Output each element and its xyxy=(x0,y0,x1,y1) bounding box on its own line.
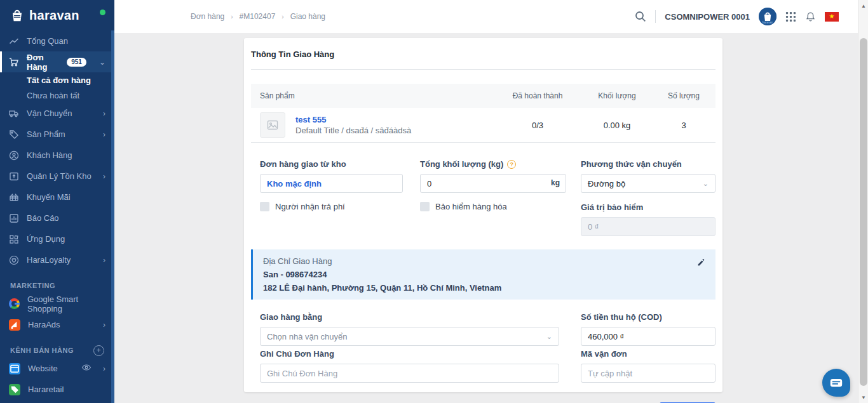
chevron-right-icon: › xyxy=(103,172,105,181)
chevron-right-icon: › xyxy=(103,320,105,329)
apps-launcher-icon[interactable] xyxy=(785,11,796,22)
sidebar-item-don-hang[interactable]: Đơn Hàng 951 ⌄ xyxy=(0,51,114,72)
chevron-down-icon: ⌄ xyxy=(99,58,105,67)
sidebar-item-ung-dung[interactable]: Ứng Dụng xyxy=(0,228,114,249)
insurance-value-input xyxy=(581,217,715,236)
scroll-up-arrow[interactable]: ▲ xyxy=(858,1,868,10)
sidebar-item-google-smart-shopping[interactable]: Google Smart Shopping xyxy=(0,293,114,314)
promotion-icon xyxy=(9,192,19,202)
customer-icon xyxy=(9,150,19,161)
shipping-address-block: Địa Chỉ Giao Hàng San - 098674234 182 LÊ… xyxy=(251,249,715,300)
notifications-bell-icon[interactable] xyxy=(805,11,816,22)
sidebar-section-marketing: MARKETING xyxy=(0,278,114,293)
sidebar-item-san-pham[interactable]: Sản Phẩm › xyxy=(0,124,114,145)
report-icon xyxy=(9,213,19,223)
breadcrumb-order-id[interactable]: #M102407 xyxy=(240,12,276,21)
page-scrollbar[interactable]: ▲ ▼ xyxy=(858,0,868,403)
haraads-icon xyxy=(9,319,20,331)
column-header-quantity: Số lượng xyxy=(652,91,715,100)
shipping-method-select[interactable]: Đường bộ ⌄ xyxy=(581,174,715,193)
product-link[interactable]: test 555 xyxy=(295,115,411,124)
completed-value: 0/3 xyxy=(493,121,582,130)
chat-bubble-icon xyxy=(828,374,844,391)
order-note-label: Ghi Chú Đơn Hàng xyxy=(260,349,559,359)
chevron-right-icon: › xyxy=(103,109,105,118)
sidebar-item-haraloyalty[interactable]: HaraLoyalty › xyxy=(0,249,114,270)
breadcrumb-orders[interactable]: Đơn hàng xyxy=(191,12,224,21)
insurance-value-label: Giá trị bảo hiểm xyxy=(581,202,715,212)
chevron-down-icon: ⌄ xyxy=(546,333,552,341)
chat-widget-button[interactable] xyxy=(822,369,850,397)
cart-icon xyxy=(9,57,19,67)
column-header-product: Sản phẩm xyxy=(251,91,493,100)
website-icon xyxy=(9,363,20,374)
sidebar-item-hararetail[interactable]: Hararetail xyxy=(0,379,114,400)
hararetail-icon xyxy=(9,384,20,395)
top-header: Đơn hàng › #M102407 › Giao hàng CSOMNIPO… xyxy=(114,0,858,33)
sidebar-item-quan-ly-ton-kho[interactable]: Quản Lý Tồn Kho › xyxy=(0,166,114,187)
divider xyxy=(251,69,715,70)
google-icon xyxy=(9,298,20,309)
shipping-info-panel: Thông Tin Giao Hàng Sản phẩm Đã hoàn thà… xyxy=(244,38,722,392)
cod-input[interactable] xyxy=(581,327,715,346)
order-count-badge: 951 xyxy=(67,58,86,67)
carrier-select[interactable]: Chọn nhà vận chuyển ⌄ xyxy=(260,327,559,346)
breadcrumb-separator: › xyxy=(281,13,283,20)
search-icon[interactable] xyxy=(635,11,646,22)
column-header-weight: Khối lượng xyxy=(582,91,652,100)
tracking-code-input[interactable] xyxy=(581,364,715,383)
warehouse-input[interactable] xyxy=(260,174,403,193)
address-title: Địa Chỉ Giao Hàng xyxy=(263,256,705,266)
total-weight-input[interactable] xyxy=(420,174,566,193)
product-thumbnail xyxy=(260,112,285,138)
sidebar-item-website[interactable]: Website › xyxy=(0,358,114,379)
online-status-dot xyxy=(100,10,105,15)
sidebar-item-bao-cao[interactable]: Báo Cáo xyxy=(0,208,114,228)
warehouse-label: Đơn hàng giao từ kho xyxy=(260,159,403,169)
address-full: 182 LÊ Đại hành, Phường 15, Quận 11, Hồ … xyxy=(263,283,705,293)
svg-text:haravan: haravan xyxy=(763,21,773,24)
tracking-code-label: Mã vận đơn xyxy=(581,349,715,359)
sidebar-item-khach-hang[interactable]: Khách Hàng xyxy=(0,145,114,166)
chevron-right-icon: › xyxy=(103,256,105,265)
edit-address-pencil-icon[interactable] xyxy=(697,258,705,268)
header-divider xyxy=(655,10,656,23)
add-channel-button[interactable]: + xyxy=(93,345,104,356)
sidebar-item-haraads[interactable]: HaraAds › xyxy=(0,314,114,335)
sidebar-item-khuyen-mai[interactable]: Khuyến Mãi xyxy=(0,187,114,208)
quantity-value: 3 xyxy=(652,121,715,130)
account-name[interactable]: CSOMNIPOWER 0001 xyxy=(665,12,750,22)
order-note-input[interactable] xyxy=(260,364,559,383)
product-variant: Default Title / dsađá / sâđáàdsà xyxy=(295,126,411,135)
avatar[interactable]: haravan xyxy=(759,8,776,25)
sidebar-section-kenh-ban-hang: KÊNH BÁN HÀNG + xyxy=(0,343,114,358)
scroll-down-arrow[interactable]: ▼ xyxy=(858,393,868,402)
sidebar-scrollbar[interactable] xyxy=(111,30,114,403)
brand-logo[interactable]: haravan xyxy=(0,0,114,30)
insurance-checkbox[interactable] xyxy=(420,202,430,211)
breadcrumb: Đơn hàng › #M102407 › Giao hàng xyxy=(191,12,325,21)
sidebar-item-tat-ca-don-hang[interactable]: Tất cả đơn hàng xyxy=(0,72,114,88)
receiver-pays-checkbox[interactable] xyxy=(260,202,269,211)
shipping-method-label: Phương thức vận chuyển xyxy=(581,159,715,169)
panel-title: Thông Tin Giao Hàng xyxy=(251,38,715,59)
receiver-pays-label: Người nhận trả phí xyxy=(275,202,345,211)
breadcrumb-current: Giao hàng xyxy=(290,12,325,21)
help-icon[interactable]: ? xyxy=(507,160,516,169)
heart-circle-icon xyxy=(9,255,19,265)
chevron-right-icon: › xyxy=(103,130,105,139)
eye-icon[interactable] xyxy=(81,362,92,374)
total-weight-label: Tổng khối lượng (kg) xyxy=(420,159,503,169)
image-placeholder-icon xyxy=(266,119,279,131)
column-header-completed: Đã hoàn thành xyxy=(493,91,582,100)
sidebar-item-tong-quan[interactable]: Tổng Quan xyxy=(0,30,114,51)
cod-label: Số tiền thu hộ (COD) xyxy=(581,312,715,322)
sidebar-item-chua-hoan-tat[interactable]: Chưa hoàn tất xyxy=(0,88,114,103)
shopping-bag-icon xyxy=(9,7,25,23)
scrollbar-thumb[interactable] xyxy=(860,38,867,386)
vietnam-flag-icon[interactable]: ★ xyxy=(825,12,839,22)
product-table-header: Sản phẩm Đã hoàn thành Khối lượng Số lượ… xyxy=(251,84,715,108)
apps-grid-icon xyxy=(9,234,19,244)
sidebar-item-van-chuyen[interactable]: Vận Chuyển › xyxy=(0,103,114,124)
chevron-right-icon: › xyxy=(103,364,105,373)
